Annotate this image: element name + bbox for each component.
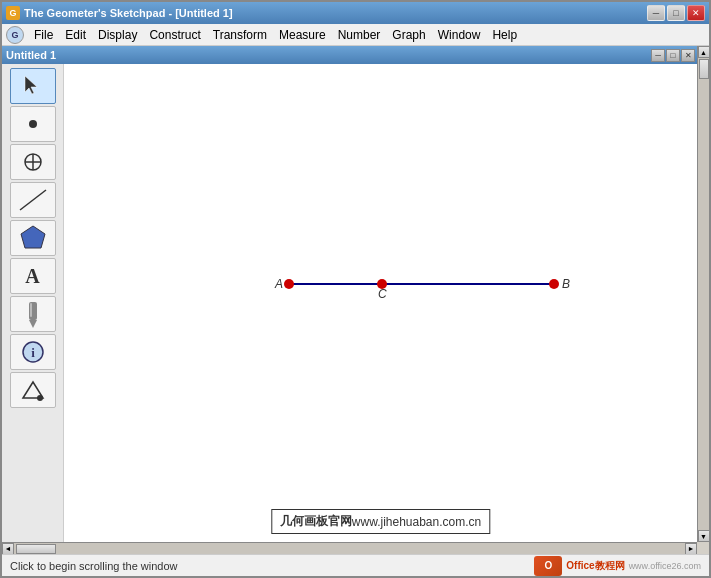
marker-icon — [21, 300, 45, 328]
menu-transform[interactable]: Transform — [207, 26, 273, 44]
svg-marker-6 — [21, 226, 45, 248]
info-icon: i — [21, 340, 45, 364]
marker-tool[interactable] — [10, 296, 56, 332]
menu-help[interactable]: Help — [486, 26, 523, 44]
menu-edit[interactable]: Edit — [59, 26, 92, 44]
polygon-icon — [19, 224, 47, 252]
label-b: B — [562, 277, 570, 291]
inner-close-button[interactable]: ✕ — [681, 49, 695, 62]
office-logo-text: Office教程网 — [566, 559, 624, 573]
watermark-prefix: 几何画板官网 — [280, 513, 352, 530]
svg-point-13 — [37, 395, 43, 401]
inner-window-title: Untitled 1 — [6, 49, 56, 61]
mdi-area: Untitled 1 ─ □ ✕ — [2, 46, 709, 554]
inner-title-bar: Untitled 1 ─ □ ✕ — [2, 46, 697, 64]
text-tool[interactable]: A — [10, 258, 56, 294]
office-url: www.office26.com — [629, 561, 701, 571]
bottom-scrollbar: ◄ ► — [2, 542, 697, 554]
svg-rect-9 — [30, 303, 32, 317]
svg-marker-0 — [25, 76, 37, 94]
menu-construct[interactable]: Construct — [143, 26, 206, 44]
toolbar: A i — [2, 64, 64, 542]
menu-display[interactable]: Display — [92, 26, 143, 44]
svg-text:i: i — [31, 345, 35, 360]
scroll-track-h[interactable] — [14, 543, 685, 555]
status-logo: O Office教程网 www.office26.com — [534, 556, 701, 576]
menu-number[interactable]: Number — [332, 26, 387, 44]
title-bar: G The Geometer's Sketchpad - [Untitled 1… — [2, 2, 709, 24]
title-bar-left: G The Geometer's Sketchpad - [Untitled 1… — [6, 6, 233, 20]
select-tool[interactable] — [10, 68, 56, 104]
window-title: The Geometer's Sketchpad - [Untitled 1] — [24, 7, 233, 19]
polygon-tool[interactable] — [10, 220, 56, 256]
point-tool[interactable] — [10, 106, 56, 142]
canvas-area[interactable]: A C B 几何画板官网 www.jihehuaban.com.cn — [64, 64, 697, 542]
line-icon — [18, 188, 48, 212]
scroll-down-button[interactable]: ▼ — [698, 530, 710, 542]
compass-icon — [21, 150, 45, 174]
close-button[interactable]: ✕ — [687, 5, 705, 21]
scroll-thumb-h[interactable] — [16, 544, 56, 554]
scroll-track-v[interactable] — [698, 58, 710, 530]
app-menu-icon[interactable]: G — [6, 26, 24, 44]
inner-minimize-button[interactable]: ─ — [651, 49, 665, 62]
svg-line-5 — [20, 190, 46, 210]
svg-point-1 — [29, 120, 37, 128]
menu-file[interactable]: File — [28, 26, 59, 44]
scroll-right-button[interactable]: ► — [685, 543, 697, 555]
main-window: G The Geometer's Sketchpad - [Untitled 1… — [0, 0, 711, 578]
line-tool[interactable] — [10, 182, 56, 218]
info-tool[interactable]: i — [10, 334, 56, 370]
watermark-text: www.jihehuaban.com.cn — [352, 515, 481, 529]
arrow-icon — [23, 74, 43, 98]
status-bar: Click to begin scrolling the window O Of… — [2, 554, 709, 576]
office-logo-icon: O — [534, 556, 562, 576]
menu-measure[interactable]: Measure — [273, 26, 332, 44]
right-scrollbar: ▲ ▼ — [697, 46, 709, 542]
canvas-svg: A C B — [64, 64, 697, 542]
content-area: A i — [2, 64, 697, 542]
minimize-button[interactable]: ─ — [647, 5, 665, 21]
menu-bar: G File Edit Display Construct Transform … — [2, 24, 709, 46]
menu-graph[interactable]: Graph — [386, 26, 431, 44]
inner-maximize-button[interactable]: □ — [666, 49, 680, 62]
custom-tool[interactable] — [10, 372, 56, 408]
custom-icon — [19, 378, 47, 402]
maximize-button[interactable]: □ — [667, 5, 685, 21]
text-icon: A — [25, 265, 39, 288]
watermark: 几何画板官网 www.jihehuaban.com.cn — [271, 509, 490, 534]
inner-window: Untitled 1 ─ □ ✕ — [2, 46, 697, 542]
title-bar-controls: ─ □ ✕ — [647, 5, 705, 21]
svg-marker-8 — [29, 320, 37, 328]
menu-window[interactable]: Window — [432, 26, 487, 44]
app-icon: G — [6, 6, 20, 20]
compass-tool[interactable] — [10, 144, 56, 180]
point-b — [549, 279, 559, 289]
scrollbar-corner — [697, 542, 709, 554]
inner-title-controls: ─ □ ✕ — [651, 49, 695, 62]
label-a: A — [274, 277, 283, 291]
scroll-thumb-v[interactable] — [699, 59, 709, 79]
scroll-up-button[interactable]: ▲ — [698, 46, 710, 58]
scroll-left-button[interactable]: ◄ — [2, 543, 14, 555]
dot-icon — [23, 114, 43, 134]
point-a — [284, 279, 294, 289]
label-c: C — [378, 287, 387, 301]
status-text: Click to begin scrolling the window — [10, 560, 534, 572]
